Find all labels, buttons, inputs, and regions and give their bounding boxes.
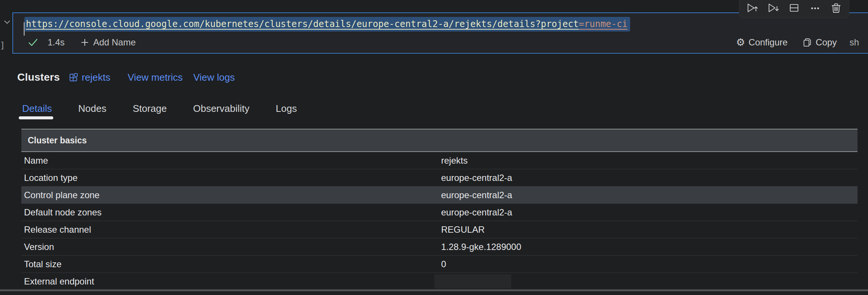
cluster-grid-icon: [68, 72, 78, 83]
url-text: https://console.cloud.google.com/kuberne…: [26, 19, 579, 29]
execute-above-icon[interactable]: [746, 2, 758, 14]
cell-language-picker[interactable]: sh: [850, 37, 859, 48]
configure-label: Configure: [749, 37, 788, 48]
row-value: europe-central2-a: [441, 190, 512, 200]
add-name-label: Add Name: [93, 37, 135, 48]
notebook-screen: 5] https://console.cloud.google.com/kube…: [0, 0, 868, 295]
tab-nodes[interactable]: Nodes: [78, 103, 106, 114]
cluster-name-link: rejekts: [82, 72, 111, 83]
clusters-header-row: Clusters rejekts View metrics View logs: [17, 70, 235, 85]
cell-toolbar: [739, 0, 849, 18]
row-value: europe-central2-a: [441, 207, 512, 218]
execute-below-icon[interactable]: [767, 2, 779, 14]
copy-label: Copy: [816, 37, 837, 48]
row-value: rejekts: [441, 155, 468, 166]
more-actions-icon[interactable]: [809, 2, 821, 14]
row-label: Name: [24, 155, 48, 166]
redacted-value: [434, 274, 511, 289]
page-title: Clusters: [17, 71, 60, 83]
bottom-divider: [0, 289, 868, 291]
cluster-link[interactable]: rejekts: [68, 72, 111, 83]
view-metrics-link[interactable]: View metrics: [128, 72, 183, 83]
tab-observability[interactable]: Observability: [193, 103, 249, 114]
selected-url[interactable]: https://console.cloud.google.com/kuberne…: [24, 17, 630, 32]
execution-count: 5]: [0, 41, 5, 50]
row-label: Location type: [24, 173, 78, 183]
table-row[interactable]: Total size 0: [21, 256, 857, 273]
row-label: Control plane zone: [24, 190, 99, 200]
url-param-text: =runme-ci: [579, 19, 628, 29]
row-value: europe-central2-a: [441, 173, 512, 183]
plus-icon: [80, 37, 90, 48]
cluster-tabs: Details Nodes Storage Observability Logs: [22, 103, 297, 114]
cluster-basics-table: Cluster basics Name rejekts Location typ…: [21, 129, 857, 290]
tab-logs[interactable]: Logs: [276, 103, 297, 114]
section-title: Cluster basics: [28, 135, 87, 146]
gear-icon: ⚙: [736, 38, 745, 48]
cell-status-bar: 1.4s Add Name ⚙ Configure Copy: [27, 34, 859, 51]
row-label: Default node zones: [24, 207, 102, 218]
chevron-down-icon[interactable]: [2, 17, 12, 27]
text-cursor: [24, 22, 25, 36]
table-section-header: Cluster basics: [21, 129, 857, 152]
table-row[interactable]: External endpoint: [21, 273, 857, 290]
table-row[interactable]: Version 1.28.9-gke.1289000: [21, 238, 857, 256]
split-cell-icon[interactable]: [788, 2, 800, 14]
table-row[interactable]: Default node zones europe-central2-a: [21, 204, 857, 221]
configure-button[interactable]: ⚙ Configure: [736, 37, 787, 48]
table-row[interactable]: Name rejekts: [21, 152, 857, 169]
copy-icon: [802, 37, 812, 48]
add-name-button[interactable]: Add Name: [80, 37, 135, 48]
tab-storage[interactable]: Storage: [133, 103, 167, 114]
check-icon: [27, 37, 39, 48]
row-label: Total size: [24, 259, 62, 269]
notebook-cell[interactable]: https://console.cloud.google.com/kuberne…: [12, 12, 868, 54]
table-row[interactable]: Release channel REGULAR: [21, 221, 857, 238]
row-label: External endpoint: [24, 276, 94, 287]
table-row-highlighted[interactable]: Control plane zone europe-central2-a: [21, 187, 857, 204]
row-value: REGULAR: [441, 224, 485, 235]
row-label: Release channel: [24, 224, 91, 235]
row-label: Version: [24, 242, 54, 252]
view-logs-link[interactable]: View logs: [193, 72, 235, 83]
copy-button[interactable]: Copy: [802, 37, 837, 48]
active-tab-indicator: [19, 116, 53, 119]
code-editor-line[interactable]: https://console.cloud.google.com/kuberne…: [13, 17, 868, 33]
row-value: 0: [441, 259, 446, 269]
row-value: 1.28.9-gke.1289000: [441, 242, 521, 252]
tab-details[interactable]: Details: [22, 103, 52, 114]
table-row[interactable]: Location type europe-central2-a: [21, 169, 857, 187]
delete-cell-icon[interactable]: [830, 2, 842, 14]
execution-duration: 1.4s: [48, 37, 65, 48]
